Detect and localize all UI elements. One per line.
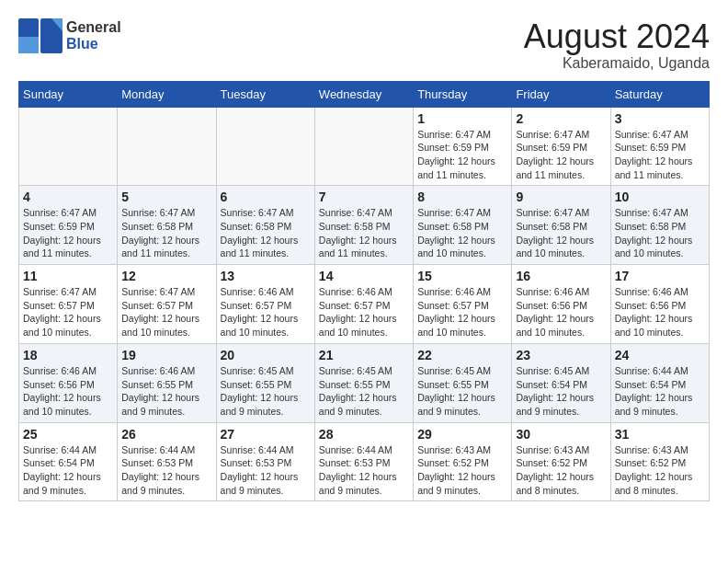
calendar-week-row: 25Sunrise: 6:44 AM Sunset: 6:54 PM Dayli… (19, 422, 710, 501)
calendar-cell (19, 107, 118, 186)
calendar-cell: 17Sunrise: 6:46 AM Sunset: 6:56 PM Dayli… (610, 265, 709, 344)
calendar-cell: 1Sunrise: 6:47 AM Sunset: 6:59 PM Daylig… (414, 107, 512, 186)
day-info: Sunrise: 6:45 AM Sunset: 6:55 PM Dayligh… (319, 364, 409, 419)
page-header: General Blue August 2024 Kaberamaido, Ug… (18, 18, 710, 72)
calendar-cell: 18Sunrise: 6:46 AM Sunset: 6:56 PM Dayli… (19, 343, 118, 422)
calendar-week-row: 4Sunrise: 6:47 AM Sunset: 6:59 PM Daylig… (19, 186, 710, 265)
day-info: Sunrise: 6:47 AM Sunset: 6:59 PM Dayligh… (23, 206, 113, 260)
day-info: Sunrise: 6:47 AM Sunset: 6:59 PM Dayligh… (615, 128, 705, 182)
day-number: 7 (319, 190, 409, 204)
day-info: Sunrise: 6:46 AM Sunset: 6:56 PM Dayligh… (615, 285, 705, 339)
calendar-week-row: 1Sunrise: 6:47 AM Sunset: 6:59 PM Daylig… (19, 107, 710, 186)
day-number: 18 (23, 348, 113, 362)
day-number: 21 (319, 348, 409, 362)
title-area: August 2024 Kaberamaido, Uganda (524, 18, 710, 72)
calendar-cell (118, 107, 216, 186)
calendar-table: SundayMondayTuesdayWednesdayThursdayFrid… (18, 81, 710, 502)
day-info: Sunrise: 6:47 AM Sunset: 6:57 PM Dayligh… (23, 285, 113, 339)
calendar-cell: 10Sunrise: 6:47 AM Sunset: 6:58 PM Dayli… (610, 186, 709, 265)
calendar-cell: 11Sunrise: 6:47 AM Sunset: 6:57 PM Dayli… (19, 265, 118, 344)
calendar-cell (314, 107, 413, 186)
header-friday: Friday (512, 81, 610, 107)
calendar-cell: 13Sunrise: 6:46 AM Sunset: 6:57 PM Dayli… (216, 265, 314, 344)
logo: General Blue (18, 18, 121, 53)
calendar-cell: 3Sunrise: 6:47 AM Sunset: 6:59 PM Daylig… (610, 107, 709, 186)
calendar-cell: 8Sunrise: 6:47 AM Sunset: 6:58 PM Daylig… (414, 186, 512, 265)
day-info: Sunrise: 6:44 AM Sunset: 6:53 PM Dayligh… (221, 443, 311, 498)
day-number: 19 (121, 348, 211, 362)
day-number: 28 (319, 427, 409, 442)
day-number: 9 (516, 190, 606, 204)
calendar-cell: 2Sunrise: 6:47 AM Sunset: 6:59 PM Daylig… (512, 107, 610, 186)
day-info: Sunrise: 6:47 AM Sunset: 6:59 PM Dayligh… (417, 128, 507, 182)
calendar-header-row: SundayMondayTuesdayWednesdayThursdayFrid… (19, 81, 710, 107)
day-number: 16 (516, 269, 606, 283)
day-info: Sunrise: 6:44 AM Sunset: 6:54 PM Dayligh… (23, 443, 113, 498)
month-year: August 2024 (524, 18, 710, 55)
logo-icon (18, 18, 63, 53)
calendar-cell: 21Sunrise: 6:45 AM Sunset: 6:55 PM Dayli… (314, 343, 413, 422)
calendar-week-row: 11Sunrise: 6:47 AM Sunset: 6:57 PM Dayli… (19, 265, 710, 344)
day-number: 4 (23, 190, 113, 204)
calendar-cell: 23Sunrise: 6:45 AM Sunset: 6:54 PM Dayli… (512, 343, 610, 422)
location: Kaberamaido, Uganda (524, 55, 710, 72)
day-info: Sunrise: 6:47 AM Sunset: 6:58 PM Dayligh… (319, 206, 409, 260)
calendar-cell: 19Sunrise: 6:46 AM Sunset: 6:55 PM Dayli… (118, 343, 216, 422)
day-info: Sunrise: 6:46 AM Sunset: 6:57 PM Dayligh… (319, 285, 409, 339)
day-info: Sunrise: 6:44 AM Sunset: 6:54 PM Dayligh… (615, 364, 705, 419)
day-info: Sunrise: 6:46 AM Sunset: 6:55 PM Dayligh… (121, 364, 211, 419)
header-saturday: Saturday (610, 81, 709, 107)
day-number: 24 (615, 348, 705, 362)
calendar-cell: 9Sunrise: 6:47 AM Sunset: 6:58 PM Daylig… (512, 186, 610, 265)
day-number: 2 (516, 111, 606, 126)
calendar-cell: 30Sunrise: 6:43 AM Sunset: 6:52 PM Dayli… (512, 422, 610, 501)
day-number: 29 (417, 427, 507, 442)
calendar-cell: 22Sunrise: 6:45 AM Sunset: 6:55 PM Dayli… (414, 343, 512, 422)
day-info: Sunrise: 6:46 AM Sunset: 6:56 PM Dayligh… (23, 364, 113, 419)
calendar-cell: 16Sunrise: 6:46 AM Sunset: 6:56 PM Dayli… (512, 265, 610, 344)
calendar-cell: 4Sunrise: 6:47 AM Sunset: 6:59 PM Daylig… (19, 186, 118, 265)
calendar-cell: 25Sunrise: 6:44 AM Sunset: 6:54 PM Dayli… (19, 422, 118, 501)
calendar-cell: 24Sunrise: 6:44 AM Sunset: 6:54 PM Dayli… (610, 343, 709, 422)
day-info: Sunrise: 6:44 AM Sunset: 6:53 PM Dayligh… (121, 443, 211, 498)
calendar-week-row: 18Sunrise: 6:46 AM Sunset: 6:56 PM Dayli… (19, 343, 710, 422)
day-number: 27 (221, 427, 311, 442)
day-number: 23 (516, 348, 606, 362)
calendar-cell: 15Sunrise: 6:46 AM Sunset: 6:57 PM Dayli… (414, 265, 512, 344)
day-info: Sunrise: 6:43 AM Sunset: 6:52 PM Dayligh… (516, 443, 606, 498)
day-number: 8 (417, 190, 507, 204)
day-number: 5 (121, 190, 211, 204)
calendar-cell: 6Sunrise: 6:47 AM Sunset: 6:58 PM Daylig… (216, 186, 314, 265)
svg-rect-3 (18, 37, 39, 53)
day-info: Sunrise: 6:47 AM Sunset: 6:58 PM Dayligh… (221, 206, 311, 260)
day-number: 13 (221, 269, 311, 283)
header-monday: Monday (118, 81, 216, 107)
logo-general: General (66, 19, 121, 36)
calendar-cell: 14Sunrise: 6:46 AM Sunset: 6:57 PM Dayli… (314, 265, 413, 344)
day-number: 12 (121, 269, 211, 283)
day-info: Sunrise: 6:45 AM Sunset: 6:55 PM Dayligh… (417, 364, 507, 419)
day-info: Sunrise: 6:46 AM Sunset: 6:57 PM Dayligh… (221, 285, 311, 339)
day-number: 11 (23, 269, 113, 283)
day-info: Sunrise: 6:47 AM Sunset: 6:59 PM Dayligh… (516, 128, 606, 182)
day-info: Sunrise: 6:45 AM Sunset: 6:54 PM Dayligh… (516, 364, 606, 419)
day-info: Sunrise: 6:43 AM Sunset: 6:52 PM Dayligh… (417, 443, 507, 498)
day-number: 10 (615, 190, 705, 204)
calendar-cell: 29Sunrise: 6:43 AM Sunset: 6:52 PM Dayli… (414, 422, 512, 501)
day-number: 17 (615, 269, 705, 283)
day-number: 31 (615, 427, 705, 442)
day-number: 3 (615, 111, 705, 126)
header-tuesday: Tuesday (216, 81, 314, 107)
calendar-cell: 28Sunrise: 6:44 AM Sunset: 6:53 PM Dayli… (314, 422, 413, 501)
calendar-cell: 7Sunrise: 6:47 AM Sunset: 6:58 PM Daylig… (314, 186, 413, 265)
day-info: Sunrise: 6:45 AM Sunset: 6:55 PM Dayligh… (221, 364, 311, 419)
header-sunday: Sunday (19, 81, 118, 107)
day-info: Sunrise: 6:46 AM Sunset: 6:56 PM Dayligh… (516, 285, 606, 339)
day-info: Sunrise: 6:47 AM Sunset: 6:57 PM Dayligh… (121, 285, 211, 339)
header-thursday: Thursday (414, 81, 512, 107)
calendar-cell: 27Sunrise: 6:44 AM Sunset: 6:53 PM Dayli… (216, 422, 314, 501)
day-number: 25 (23, 427, 113, 442)
day-number: 15 (417, 269, 507, 283)
day-info: Sunrise: 6:44 AM Sunset: 6:53 PM Dayligh… (319, 443, 409, 498)
day-number: 30 (516, 427, 606, 442)
